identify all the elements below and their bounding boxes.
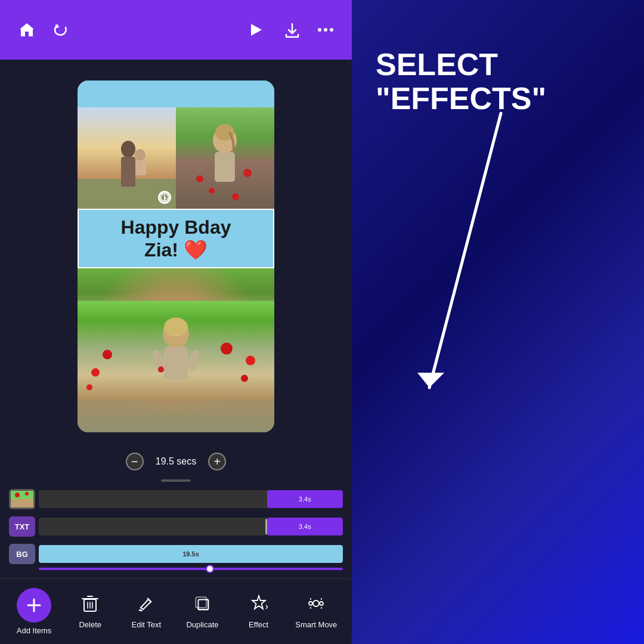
svg-point-9 [135, 149, 145, 161]
duration-label: 19.5 secs [156, 456, 196, 467]
photo-left [78, 107, 176, 209]
photos-row [78, 107, 274, 209]
edit-text-icon [138, 595, 154, 617]
svg-point-7 [121, 141, 135, 157]
track-duration-bg: 19.5s [182, 550, 199, 558]
svg-rect-17 [215, 152, 235, 182]
track-duration-text: 3.4s [299, 523, 311, 530]
text-line2: Zia! ❤️ [88, 239, 264, 261]
more-button[interactable] [317, 27, 334, 33]
timeline: 3.4s TXT 3.4s BG 19.5s [0, 476, 352, 578]
track-bg-text: 3.4s [39, 518, 343, 535]
track-fill-image: 3.4s [267, 490, 343, 508]
edit-text-toolbar-item[interactable]: Edit Text [127, 595, 166, 629]
effect-label: Effect [249, 620, 268, 629]
svg-rect-53 [196, 597, 206, 607]
track-text-marker [265, 519, 267, 534]
svg-point-19 [243, 169, 252, 177]
play-button[interactable] [244, 18, 267, 41]
phone-canvas: Happy Bday Zia! ❤️ [78, 80, 274, 432]
svg-point-28 [86, 385, 92, 391]
timeline-row-image: 3.4s [9, 488, 343, 510]
svg-point-4 [330, 28, 333, 32]
svg-line-56 [266, 607, 268, 609]
svg-point-39 [25, 492, 29, 496]
add-items-button[interactable] [17, 588, 51, 623]
delete-icon [82, 595, 98, 617]
effect-toolbar-item[interactable]: Effect [239, 595, 278, 629]
left-panel: Happy Bday Zia! ❤️ [0, 0, 352, 644]
svg-rect-8 [121, 157, 135, 187]
download-button[interactable] [284, 21, 301, 38]
svg-point-58 [309, 602, 312, 605]
svg-point-59 [320, 602, 323, 605]
track-label-bg: BG [9, 544, 35, 564]
smart-move-label: Smart Move [295, 620, 337, 629]
svg-point-38 [15, 493, 20, 497]
duration-bar: − 19.5 secs + [0, 447, 352, 476]
svg-point-2 [318, 28, 321, 32]
playhead-line [39, 568, 343, 570]
svg-point-57 [313, 600, 319, 606]
duplicate-toolbar-item[interactable]: Duplicate [183, 595, 222, 629]
timer-icon [158, 191, 171, 204]
svg-point-3 [324, 28, 327, 32]
svg-point-26 [246, 356, 255, 366]
timeline-row-bg: BG 19.5s [9, 543, 343, 565]
delete-toolbar-item[interactable]: Delete [71, 595, 110, 629]
svg-point-18 [196, 175, 203, 182]
track-bg-image: 3.4s [39, 490, 343, 508]
svg-point-25 [91, 369, 100, 377]
photo-right [176, 107, 274, 209]
playhead-dot[interactable] [206, 565, 214, 573]
svg-rect-10 [135, 160, 146, 175]
edit-text-label: Edit Text [132, 620, 162, 629]
add-items-toolbar-item[interactable]: Add Items [15, 588, 54, 635]
top-bar [0, 0, 352, 60]
svg-rect-31 [164, 347, 188, 380]
decrease-duration-button[interactable]: − [126, 453, 144, 470]
photo-bottom [78, 268, 274, 432]
track-label-image [9, 489, 35, 509]
canvas-area: Happy Bday Zia! ❤️ [0, 60, 352, 447]
effect-icon [250, 595, 268, 617]
svg-point-21 [232, 193, 239, 200]
undo-button[interactable] [52, 21, 69, 38]
svg-line-13 [165, 197, 166, 199]
svg-point-27 [241, 375, 248, 382]
add-items-label: Add Items [17, 626, 52, 635]
bottom-toolbar: Add Items Delete [0, 578, 352, 644]
top-bar-center [244, 18, 334, 41]
increase-duration-button[interactable]: + [208, 453, 226, 470]
track-bg-bg: 19.5s [39, 545, 343, 563]
timeline-handle[interactable] [161, 479, 191, 482]
track-fill-text: 3.4s [267, 518, 343, 535]
text-line1: Happy Bday [88, 216, 264, 239]
track-fill-bg: 19.5s [39, 545, 343, 563]
svg-line-64 [429, 113, 501, 388]
svg-rect-37 [11, 491, 33, 499]
delete-label: Delete [79, 620, 101, 629]
svg-point-34 [158, 367, 164, 373]
timeline-row-text: TXT 3.4s [9, 515, 343, 538]
duplicate-icon [194, 595, 210, 617]
track-duration-image: 3.4s [299, 496, 311, 503]
text-block[interactable]: Happy Bday Zia! ❤️ [78, 209, 274, 269]
svg-point-30 [164, 318, 188, 337]
top-bar-left [18, 21, 69, 39]
svg-marker-1 [251, 24, 262, 36]
playhead-track [39, 568, 343, 570]
top-spacer [78, 80, 274, 107]
instruction-arrow [382, 101, 608, 429]
svg-point-24 [221, 343, 233, 355]
svg-marker-65 [417, 373, 444, 388]
home-button[interactable] [18, 21, 36, 39]
right-panel: SELECT "EFFECTS" [352, 0, 644, 644]
svg-point-23 [103, 350, 112, 360]
svg-point-20 [209, 188, 215, 194]
smart-move-toolbar-item[interactable]: Smart Move [295, 595, 337, 629]
smart-move-icon [307, 595, 325, 617]
track-label-text: TXT [9, 516, 35, 537]
duplicate-label: Duplicate [186, 620, 218, 629]
